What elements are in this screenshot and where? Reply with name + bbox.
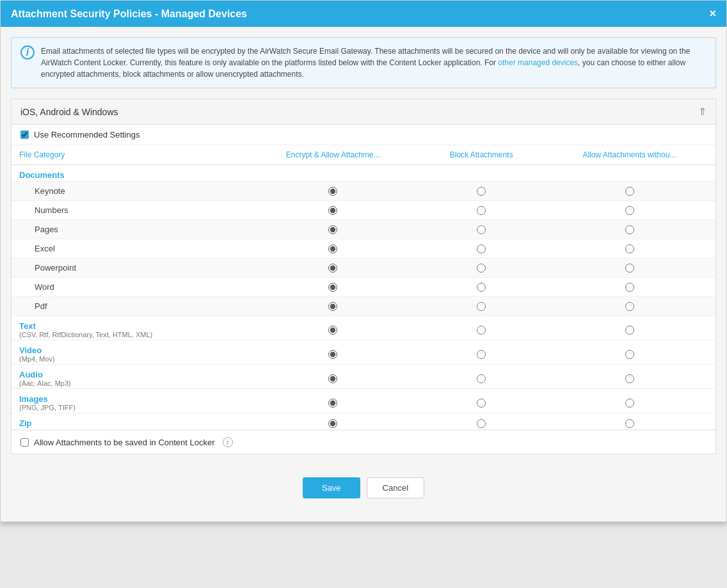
section-panel: iOS, Android & Windows ⇑ Use Recommended… bbox=[11, 99, 716, 454]
pages-block-radio[interactable] bbox=[477, 225, 486, 234]
text-allow-radio[interactable] bbox=[625, 326, 634, 335]
section-header: iOS, Android & Windows ⇑ bbox=[12, 99, 715, 125]
allow-locker-label[interactable]: Allow Attachments to be saved in Content… bbox=[34, 438, 215, 447]
excel-allow-radio[interactable] bbox=[625, 244, 634, 253]
keynote-encrypt-radio[interactable] bbox=[328, 187, 337, 196]
table-row: Keynote bbox=[12, 182, 715, 201]
powerpoint-encrypt-radio[interactable] bbox=[328, 264, 337, 273]
col-header-file-category: File Category bbox=[12, 145, 246, 165]
excel-block-radio[interactable] bbox=[477, 244, 486, 253]
zip-allow-radio[interactable] bbox=[625, 419, 634, 428]
info-box: i Email attachments of selected file typ… bbox=[11, 37, 716, 88]
allow-locker-row: Allow Attachments to be saved in Content… bbox=[12, 430, 715, 454]
images-allow-radio[interactable] bbox=[625, 399, 634, 408]
category-row-audio: Audio (Aac, Alac, Mp3) bbox=[12, 365, 715, 389]
table-row: Pdf bbox=[12, 297, 715, 316]
file-name: Numbers bbox=[12, 201, 246, 220]
table-row: Powerpoint bbox=[12, 258, 715, 278]
word-allow-radio[interactable] bbox=[625, 283, 634, 292]
video-allow-radio[interactable] bbox=[625, 350, 634, 359]
table-row: Excel bbox=[12, 239, 715, 258]
category-row-text: Text (CSV, Rtf, RtfDictionary, Text, HTM… bbox=[12, 316, 715, 340]
allow-locker-info-icon[interactable]: i bbox=[223, 437, 233, 447]
pdf-allow-radio[interactable] bbox=[625, 302, 634, 311]
info-icon: i bbox=[20, 45, 35, 60]
info-link[interactable]: other managed devices bbox=[498, 58, 578, 67]
table-row: Numbers bbox=[12, 201, 715, 220]
text-encrypt-radio[interactable] bbox=[328, 326, 337, 335]
allow-locker-checkbox[interactable] bbox=[20, 438, 29, 447]
pages-encrypt-radio[interactable] bbox=[328, 225, 337, 234]
category-name-images: Images (PNG, JPG, TIFF) bbox=[12, 389, 246, 413]
table-header-row: File Category Encrypt & Allow Attachme..… bbox=[12, 145, 715, 165]
file-name: Word bbox=[12, 278, 246, 297]
category-row-documents: Documents bbox=[12, 165, 715, 182]
col-header-encrypt: Encrypt & Allow Attachme... bbox=[246, 145, 419, 165]
file-name: Excel bbox=[12, 239, 246, 258]
modal-container: Attachment Security Policies - Managed D… bbox=[0, 0, 727, 522]
keynote-block-radio[interactable] bbox=[477, 187, 486, 196]
category-name-video: Video (Mp4, Mov) bbox=[12, 340, 246, 365]
numbers-block-radio[interactable] bbox=[477, 206, 486, 215]
pdf-block-radio[interactable] bbox=[477, 302, 486, 311]
audio-allow-radio[interactable] bbox=[625, 374, 634, 383]
info-text: Email attachments of selected file types… bbox=[41, 45, 707, 80]
col-header-allow: Allow Attachments withou... bbox=[543, 145, 715, 165]
word-block-radio[interactable] bbox=[477, 283, 486, 292]
audio-encrypt-radio[interactable] bbox=[328, 374, 337, 383]
numbers-encrypt-radio[interactable] bbox=[328, 206, 337, 215]
powerpoint-allow-radio[interactable] bbox=[625, 264, 634, 273]
text-block-radio[interactable] bbox=[477, 326, 486, 335]
col-header-block: Block Attachments bbox=[419, 145, 543, 165]
modal-body: i Email attachments of selected file typ… bbox=[1, 27, 726, 521]
pages-allow-radio[interactable] bbox=[625, 225, 634, 234]
audio-block-radio[interactable] bbox=[477, 374, 486, 383]
close-button[interactable]: × bbox=[709, 7, 716, 20]
modal-title: Attachment Security Policies - Managed D… bbox=[11, 8, 247, 20]
category-name-zip: Zip bbox=[12, 413, 246, 430]
powerpoint-block-radio[interactable] bbox=[477, 264, 486, 273]
numbers-allow-radio[interactable] bbox=[625, 206, 634, 215]
excel-encrypt-radio[interactable] bbox=[328, 244, 337, 253]
images-encrypt-radio[interactable] bbox=[328, 399, 337, 408]
section-title: iOS, Android & Windows bbox=[20, 107, 118, 117]
category-name-audio: Audio (Aac, Alac, Mp3) bbox=[12, 365, 246, 389]
modal-header: Attachment Security Policies - Managed D… bbox=[1, 1, 726, 27]
recommended-settings-checkbox[interactable] bbox=[20, 131, 29, 139]
keynote-allow-radio[interactable] bbox=[625, 187, 634, 196]
recommended-settings-row: Use Recommended Settings bbox=[12, 125, 715, 145]
file-name: Pdf bbox=[12, 297, 246, 316]
word-encrypt-radio[interactable] bbox=[328, 283, 337, 292]
cancel-button[interactable]: Cancel bbox=[367, 477, 424, 498]
file-name: Powerpoint bbox=[12, 258, 246, 278]
pdf-encrypt-radio[interactable] bbox=[328, 302, 337, 311]
table-row: Pages bbox=[12, 220, 715, 239]
video-encrypt-radio[interactable] bbox=[328, 350, 337, 359]
collapse-icon[interactable]: ⇑ bbox=[698, 106, 707, 118]
policy-table: File Category Encrypt & Allow Attachme..… bbox=[12, 145, 715, 430]
video-block-radio[interactable] bbox=[477, 350, 486, 359]
category-row-video: Video (Mp4, Mov) bbox=[12, 340, 715, 365]
images-block-radio[interactable] bbox=[477, 399, 486, 408]
file-name: Keynote bbox=[12, 182, 246, 201]
category-name-documents: Documents bbox=[12, 165, 715, 182]
category-name-text: Text (CSV, Rtf, RtfDictionary, Text, HTM… bbox=[12, 316, 246, 340]
zip-block-radio[interactable] bbox=[477, 419, 486, 428]
category-row-zip: Zip bbox=[12, 413, 715, 430]
zip-encrypt-radio[interactable] bbox=[328, 419, 337, 428]
file-name: Pages bbox=[12, 220, 246, 239]
recommended-settings-label[interactable]: Use Recommended Settings bbox=[34, 130, 140, 139]
table-row: Word bbox=[12, 278, 715, 297]
footer-buttons: Save Cancel bbox=[11, 465, 716, 511]
category-row-images: Images (PNG, JPG, TIFF) bbox=[12, 389, 715, 413]
save-button[interactable]: Save bbox=[303, 477, 360, 498]
